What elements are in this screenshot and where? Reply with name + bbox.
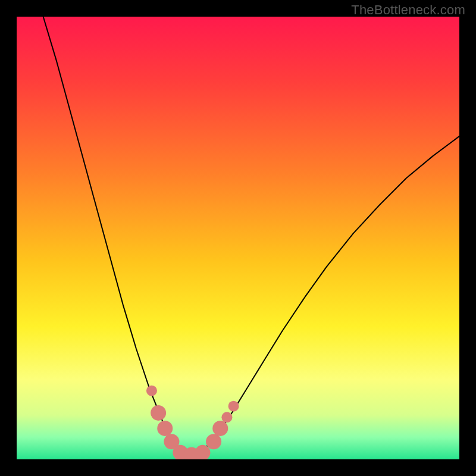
marker-point [221,412,232,422]
marker-point [206,434,221,449]
marker-point [212,421,228,436]
chart-frame: TheBottleneck.com [0,0,476,476]
chart-svg [17,17,459,459]
watermark-text: TheBottleneck.com [351,2,465,18]
gradient-background [17,17,459,459]
marker-point [157,421,173,436]
plot-area [17,17,459,459]
marker-point [151,405,166,421]
marker-point [228,401,239,412]
marker-point [146,386,157,396]
